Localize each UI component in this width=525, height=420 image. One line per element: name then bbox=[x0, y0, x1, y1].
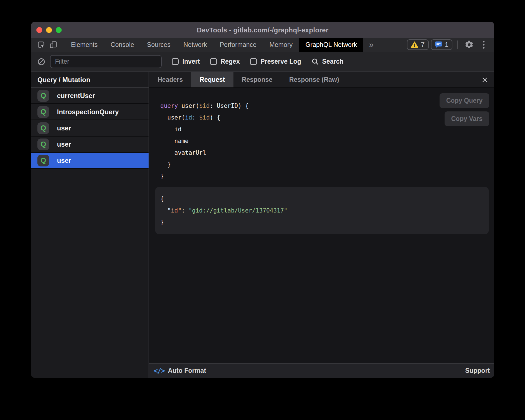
zoom-window-button[interactable] bbox=[56, 27, 62, 33]
panel-footer: </> Auto Format Support bbox=[149, 363, 494, 378]
search-label: Search bbox=[322, 58, 343, 65]
detail-panel-tabs: Headers Request Response Response (Raw) bbox=[149, 72, 494, 88]
invert-label: Invert bbox=[182, 58, 200, 65]
code-brackets-icon: </> bbox=[154, 367, 164, 375]
query-list-item-selected[interactable]: Q user bbox=[31, 153, 149, 169]
tab-memory[interactable]: Memory bbox=[263, 38, 299, 52]
tab-request[interactable]: Request bbox=[191, 72, 233, 87]
search-icon bbox=[311, 58, 319, 66]
inspect-cursor-icon bbox=[37, 40, 45, 49]
query-name: user bbox=[57, 124, 71, 132]
preserve-log-label: Preserve Log bbox=[261, 58, 301, 65]
more-tabs-button[interactable]: » bbox=[363, 38, 379, 52]
tab-performance[interactable]: Performance bbox=[213, 38, 263, 52]
query-type-badge: Q bbox=[37, 139, 49, 150]
close-window-button[interactable] bbox=[36, 27, 42, 33]
devtools-window: DevTools - gitlab.com/-/graphql-explorer… bbox=[31, 22, 494, 378]
messages-count: 1 bbox=[445, 41, 448, 49]
query-name: user bbox=[57, 140, 71, 148]
query-list-item[interactable]: Q IntrospectionQuery bbox=[31, 104, 149, 120]
invert-checkbox[interactable] bbox=[172, 58, 179, 65]
copy-buttons: Copy Query Copy Vars bbox=[440, 93, 489, 126]
tab-response-raw[interactable]: Response (Raw) bbox=[281, 72, 347, 87]
settings-button[interactable] bbox=[463, 40, 475, 49]
controls-separator bbox=[457, 40, 458, 49]
query-type-badge: Q bbox=[37, 106, 49, 118]
tab-console[interactable]: Console bbox=[104, 38, 140, 52]
query-name: user bbox=[57, 157, 71, 164]
toolbar-separator bbox=[62, 40, 62, 49]
query-list-item[interactable]: Q currentUser bbox=[31, 88, 149, 104]
gear-icon bbox=[464, 40, 474, 49]
warning-triangle-icon bbox=[411, 41, 418, 48]
tab-headers[interactable]: Headers bbox=[149, 72, 191, 87]
main-area: Query / Mutation Q currentUser Q Introsp… bbox=[31, 71, 494, 378]
filter-toolbar: Invert Regex Preserve Log Search bbox=[31, 52, 494, 71]
tab-response[interactable]: Response bbox=[233, 72, 281, 87]
query-name: IntrospectionQuery bbox=[57, 108, 119, 116]
block-icon bbox=[37, 58, 46, 66]
regex-label: Regex bbox=[221, 58, 240, 65]
copy-vars-button[interactable]: Copy Vars bbox=[445, 111, 490, 126]
query-type-badge: Q bbox=[37, 122, 49, 134]
warnings-count: 7 bbox=[421, 41, 424, 49]
query-list-item[interactable]: Q user bbox=[31, 120, 149, 137]
traffic-lights bbox=[36, 22, 62, 38]
titlebar: DevTools - gitlab.com/-/graphql-explorer bbox=[31, 22, 494, 38]
detail-panel: Headers Request Response Response (Raw) … bbox=[149, 72, 494, 378]
clear-button[interactable] bbox=[37, 58, 46, 66]
invert-checkbox-group[interactable]: Invert bbox=[172, 58, 200, 65]
query-variables-code: { "id": "gid://gitlab/User/13704317"} bbox=[160, 193, 484, 228]
query-list-sidebar: Query / Mutation Q currentUser Q Introsp… bbox=[31, 72, 149, 378]
query-variables-box: { "id": "gid://gitlab/User/13704317"} bbox=[155, 187, 489, 234]
filter-input[interactable] bbox=[50, 55, 162, 68]
double-chevron-icon: » bbox=[369, 40, 374, 49]
support-link[interactable]: Support bbox=[465, 367, 490, 374]
close-icon bbox=[481, 77, 488, 83]
sidebar-header: Query / Mutation bbox=[31, 72, 149, 88]
window-title: DevTools - gitlab.com/-/graphql-explorer bbox=[197, 26, 329, 34]
query-name: currentUser bbox=[57, 92, 95, 100]
search-button[interactable]: Search bbox=[311, 58, 343, 66]
tab-sources[interactable]: Sources bbox=[140, 38, 177, 52]
messages-badge[interactable]: 1 bbox=[431, 39, 452, 50]
tab-network[interactable]: Network bbox=[177, 38, 213, 52]
devtools-tabbar: Elements Console Sources Network Perform… bbox=[31, 38, 494, 52]
query-list-item[interactable]: Q user bbox=[31, 137, 149, 153]
regex-checkbox[interactable] bbox=[210, 58, 217, 65]
regex-checkbox-group[interactable]: Regex bbox=[210, 58, 240, 65]
query-type-badge: Q bbox=[37, 155, 49, 166]
device-toolbar-icon bbox=[49, 40, 58, 49]
copy-query-button[interactable]: Copy Query bbox=[440, 93, 489, 108]
preserve-log-checkbox[interactable] bbox=[250, 58, 257, 65]
request-content: Copy Query Copy Vars query user($id: Use… bbox=[149, 88, 494, 363]
auto-format-label: Auto Format bbox=[168, 367, 206, 374]
query-type-badge: Q bbox=[37, 90, 49, 102]
chat-bubble-icon bbox=[435, 41, 442, 48]
tabbar-controls: 7 1 bbox=[407, 38, 494, 52]
kebab-menu-icon bbox=[483, 41, 485, 42]
warnings-badge[interactable]: 7 bbox=[407, 39, 428, 50]
close-panel-button[interactable] bbox=[480, 72, 489, 87]
inspect-element-button[interactable] bbox=[35, 38, 47, 52]
tab-graphql-network[interactable]: GraphQL Network bbox=[299, 38, 364, 52]
preserve-log-checkbox-group[interactable]: Preserve Log bbox=[250, 58, 301, 65]
tab-elements[interactable]: Elements bbox=[65, 38, 104, 52]
more-options-button[interactable] bbox=[478, 41, 490, 49]
minimize-window-button[interactable] bbox=[46, 27, 52, 33]
auto-format-button[interactable]: </> Auto Format bbox=[154, 367, 206, 375]
toggle-device-toolbar-button[interactable] bbox=[47, 38, 59, 52]
